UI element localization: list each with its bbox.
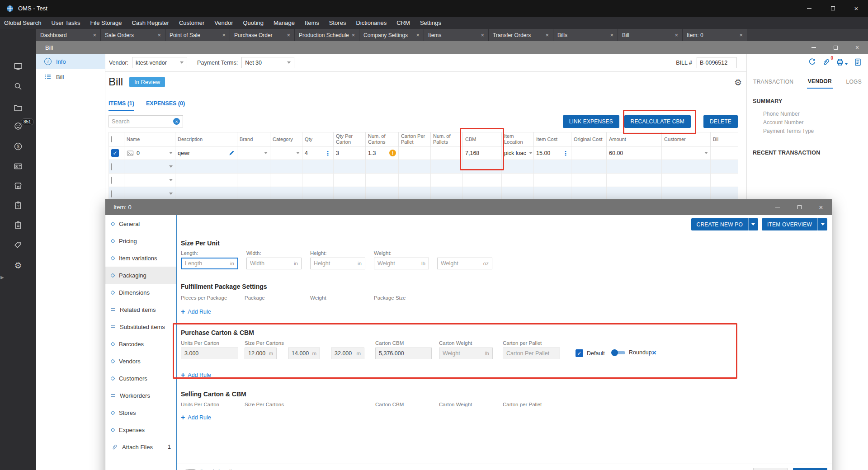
menu-item-cash-register[interactable]: Cash Register <box>127 19 174 26</box>
app-close-button[interactable]: × <box>844 0 868 17</box>
menu-item-dictionaries[interactable]: Dictionaries <box>351 19 392 26</box>
row-menu-icon[interactable]: ⋮ <box>562 150 569 157</box>
nav-general[interactable]: General <box>105 215 176 232</box>
column-header[interactable]: Name <box>124 132 175 146</box>
column-header[interactable]: Qty <box>302 132 334 146</box>
roundup-toggle[interactable] <box>612 351 625 354</box>
bill-nav-info[interactable]: i Info <box>36 54 105 69</box>
tab-items[interactable]: Items× <box>424 29 489 41</box>
tab-sale-orders[interactable]: Sale Orders× <box>101 29 165 41</box>
tab-bill[interactable]: Bill× <box>618 29 683 41</box>
contacts-icon[interactable] <box>0 159 36 174</box>
chevron-down-icon[interactable] <box>748 218 758 230</box>
table-row[interactable] <box>109 174 738 187</box>
chevron-down-icon[interactable] <box>169 152 173 154</box>
weight-oz-input[interactable] <box>441 260 481 267</box>
select-all-checkbox[interactable] <box>111 136 112 142</box>
row-checkbox[interactable] <box>111 177 112 184</box>
dashboard-icon[interactable] <box>0 59 36 74</box>
tab-dashboard[interactable]: Dashboard× <box>36 29 101 41</box>
width-input[interactable] <box>250 260 292 267</box>
search-icon[interactable] <box>0 79 36 94</box>
tab-close-icon[interactable]: × <box>287 32 290 38</box>
app-restore-button[interactable] <box>821 0 844 17</box>
tab-production-schedule[interactable]: Production Schedule× <box>295 29 359 41</box>
item-qty[interactable]: 4 <box>305 150 308 156</box>
print-icon[interactable] <box>836 58 848 66</box>
modal-maximize-button[interactable] <box>788 199 810 215</box>
nav-item-variations[interactable]: Item variations <box>105 249 176 267</box>
default-checkbox[interactable]: ✓ <box>576 349 583 357</box>
menu-item-settings[interactable]: Settings <box>415 19 446 26</box>
carton-per-pallet-input[interactable] <box>506 350 557 357</box>
cancel-button[interactable]: CANCEL <box>753 468 788 470</box>
column-header[interactable]: Num. of Cartons <box>366 132 399 146</box>
remove-rule-icon[interactable]: × <box>652 348 656 357</box>
item-cost[interactable]: 15.00 <box>536 150 550 156</box>
units-per-carton-input[interactable] <box>184 350 235 357</box>
tab-vendor[interactable]: VENDOR <box>807 75 833 89</box>
nav-pricing[interactable]: Pricing <box>105 232 176 249</box>
chevron-down-icon[interactable] <box>296 152 300 154</box>
column-header[interactable]: Item Cost <box>534 132 571 146</box>
carton-length-input[interactable] <box>248 350 267 357</box>
column-header[interactable]: Brand <box>237 132 270 146</box>
tab-transfer-orders[interactable]: Transfer Orders× <box>489 29 553 41</box>
files-icon[interactable] <box>0 100 36 115</box>
search-input[interactable] <box>112 118 173 125</box>
menu-item-vendor[interactable]: Vendor <box>209 19 238 26</box>
save-button[interactable]: SAVE <box>793 468 827 470</box>
add-rule-link[interactable]: + Add Rule <box>181 308 211 315</box>
column-header[interactable]: Item Location <box>502 132 534 146</box>
payment-terms-select[interactable]: Net 30 <box>241 57 294 68</box>
tab-close-icon[interactable]: × <box>675 32 678 38</box>
nav-stores[interactable]: Stores <box>105 404 176 421</box>
menu-item-file-storage[interactable]: File Storage <box>85 19 127 26</box>
create-new-po-button[interactable]: CREATE NEW PO <box>691 218 758 230</box>
column-header[interactable]: CBM <box>463 132 502 146</box>
tab-item-0[interactable]: Item: 0× <box>683 29 747 41</box>
link-expenses-button[interactable]: LINK EXPENSES <box>563 115 619 128</box>
row-checkbox[interactable] <box>111 163 112 170</box>
chevron-down-icon[interactable] <box>704 152 708 154</box>
nav-related-items[interactable]: Related items <box>105 301 176 318</box>
clear-search-icon[interactable]: × <box>173 118 180 125</box>
settings-gear-icon[interactable]: ⚙ <box>0 258 36 273</box>
chevron-down-icon[interactable] <box>529 152 533 154</box>
nav-workorders[interactable]: Workorders <box>105 387 176 404</box>
modal-close-button[interactable]: × <box>810 199 832 215</box>
column-header[interactable]: Qty Per Carton <box>334 132 366 146</box>
tab-close-icon[interactable]: × <box>545 32 549 38</box>
tab-close-icon[interactable]: × <box>610 32 613 38</box>
app-minimize-button[interactable] <box>797 0 821 17</box>
bill-close-button[interactable]: × <box>846 41 868 54</box>
table-row[interactable]: ✓ 0 qewr 4⋮ 3 1.3! <box>109 146 738 160</box>
tab-logs[interactable]: LOGS <box>845 75 863 88</box>
nav-packaging[interactable]: Packaging <box>105 267 176 284</box>
document-icon[interactable] <box>854 58 862 66</box>
attachments-icon[interactable]: 0 <box>822 58 830 66</box>
clipboard-icon[interactable] <box>0 218 36 233</box>
item-qty-per-carton[interactable]: 3 <box>336 150 339 156</box>
menu-item-items[interactable]: Items <box>300 19 324 26</box>
carton-height-input[interactable] <box>335 350 354 357</box>
row-menu-icon[interactable]: ⋮ <box>325 150 331 157</box>
column-header[interactable]: Num. of Pallets <box>431 132 463 146</box>
tab-items[interactable]: ITEMS (1) <box>108 100 134 111</box>
chevron-down-icon[interactable] <box>169 179 173 181</box>
modal-minimize-button[interactable] <box>767 199 788 215</box>
table-row[interactable] <box>109 160 738 174</box>
tab-close-icon[interactable]: × <box>739 32 743 38</box>
item-cbm[interactable]: 7,168 <box>465 150 479 156</box>
tab-purchase-order[interactable]: Purchase Order× <box>230 29 295 41</box>
bill-number-input[interactable] <box>697 57 736 68</box>
tags-icon[interactable] <box>0 238 36 253</box>
chevron-down-icon[interactable] <box>169 165 173 168</box>
tab-transaction[interactable]: TRANSACTION <box>752 75 794 88</box>
nav-barcodes[interactable]: Barcodes <box>105 335 176 352</box>
menu-item-user-tasks[interactable]: User Tasks <box>46 19 85 26</box>
carton-weight-input[interactable] <box>443 350 483 357</box>
tab-expenses[interactable]: EXPENSES (0) <box>146 100 185 111</box>
tasks-help-icon[interactable]: ? <box>0 198 36 213</box>
tab-company-settings[interactable]: Company Settings× <box>359 29 424 41</box>
